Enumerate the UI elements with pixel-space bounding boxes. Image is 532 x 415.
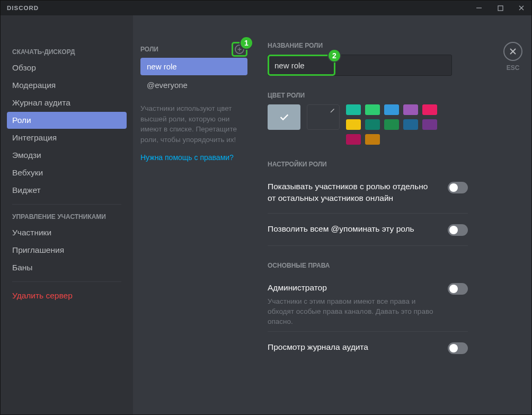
sidebar-item-audit-log[interactable]: Журнал аудита (7, 94, 127, 111)
sidebar-section-header: УПРАВЛЕНИЕ УЧАСТНИКАМИ (7, 210, 127, 224)
color-swatch[interactable] (365, 119, 380, 130)
role-name-label: НАЗВАНИЕ РОЛИ (268, 42, 468, 49)
role-list-item[interactable]: new role (140, 58, 247, 75)
sidebar-item-overview[interactable]: Обзор (7, 59, 127, 76)
color-swatch[interactable] (403, 119, 418, 130)
perm-admin-desc: Участники с этим правом имеют все права … (268, 297, 437, 327)
color-swatch[interactable] (365, 134, 380, 145)
titlebar: DISCORD (1, 1, 531, 15)
color-swatch[interactable] (346, 119, 361, 130)
pencil-icon (330, 107, 336, 115)
sidebar-item-roles[interactable]: Роли (7, 112, 127, 129)
roles-hint-text: Участники используют цвет высшей роли, к… (140, 103, 247, 145)
role-settings-label: НАСТРОЙКИ РОЛИ (268, 161, 468, 168)
roles-help-link[interactable]: Нужна помощь с правами? (140, 153, 247, 162)
sidebar-item-integrations[interactable]: Интеграция (7, 129, 127, 146)
setting-mention-label: Позволить всем @упоминать эту роль (268, 223, 437, 235)
minimize-button[interactable] (475, 4, 483, 12)
default-color-swatch[interactable] (268, 104, 300, 130)
sidebar-item-widget[interactable]: Виджет (7, 182, 127, 199)
settings-sidebar: СКАЧАТЬ-ДИСКОРД Обзор Модерация Журнал а… (1, 15, 133, 414)
divider (268, 331, 468, 332)
perm-admin-toggle[interactable] (448, 283, 468, 295)
role-editor-panel: НАЗВАНИЕ РОЛИ new role 2 ЦВЕТ РОЛИ (255, 15, 494, 414)
check-icon (278, 111, 290, 123)
close-settings-button[interactable] (503, 42, 522, 61)
annotation-badge: 1 (241, 37, 252, 49)
roles-header: РОЛИ (140, 46, 158, 53)
sidebar-item-bans[interactable]: Баны (7, 259, 127, 276)
sidebar-item-webhooks[interactable]: Вебхуки (7, 164, 127, 181)
perm-audit-toggle[interactable] (448, 342, 468, 354)
setting-hoist-label: Показывать участников с ролью отдельно о… (268, 181, 437, 204)
svg-rect-1 (498, 6, 503, 11)
sidebar-item-members[interactable]: Участники (7, 224, 127, 241)
color-swatch[interactable] (422, 119, 437, 130)
custom-color-swatch[interactable] (307, 104, 340, 130)
role-name-input[interactable]: new role (268, 55, 452, 76)
maximize-button[interactable] (496, 4, 504, 12)
color-swatch[interactable] (346, 134, 361, 145)
sidebar-section-header: СКАЧАТЬ-ДИСКОРД (7, 45, 127, 59)
close-window-button[interactable] (518, 4, 525, 12)
divider (268, 245, 468, 246)
perm-admin-label: Администратор (268, 282, 437, 294)
role-name-value: new role (274, 61, 305, 70)
divider (268, 213, 468, 214)
sidebar-item-emoji[interactable]: Эмодзи (7, 147, 127, 164)
roles-list-column: РОЛИ + 1 new role @everyone Участники ис… (133, 15, 255, 414)
divider (12, 204, 121, 205)
role-list-item[interactable]: @everyone (140, 76, 247, 94)
close-icon (509, 47, 517, 56)
color-swatch[interactable] (384, 119, 399, 130)
color-swatch[interactable] (346, 104, 361, 115)
color-swatch[interactable] (384, 104, 399, 115)
perm-audit-label: Просмотр журнала аудита (268, 341, 437, 353)
color-swatch[interactable] (403, 104, 418, 115)
sidebar-item-moderation[interactable]: Модерация (7, 77, 127, 94)
app-title: DISCORD (7, 5, 39, 11)
color-swatch-grid (346, 104, 437, 145)
setting-mention-toggle[interactable] (448, 224, 468, 236)
setting-hoist-toggle[interactable] (448, 182, 468, 193)
sidebar-item-invites[interactable]: Приглашения (7, 242, 127, 259)
color-swatch[interactable] (365, 104, 380, 115)
color-swatch[interactable] (422, 104, 437, 115)
add-role-button[interactable]: + 1 (232, 42, 247, 57)
divider (12, 281, 121, 282)
role-color-label: ЦВЕТ РОЛИ (268, 92, 468, 99)
delete-server-link[interactable]: Удалить сервер (7, 287, 127, 304)
esc-label: ESC (507, 64, 520, 72)
permissions-label: ОСНОВНЫЕ ПРАВА (268, 262, 468, 269)
